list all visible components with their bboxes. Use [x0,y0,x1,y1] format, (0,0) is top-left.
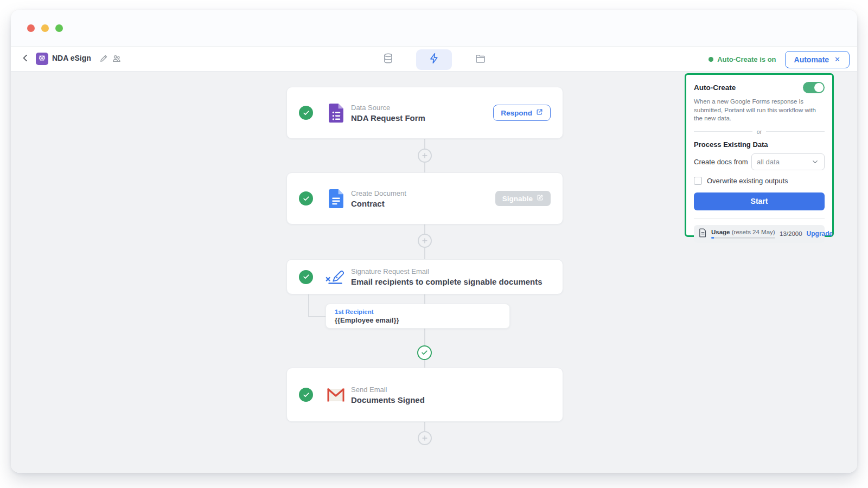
usage-meter: Usage (resets 24 May) 13/2000 Upgrade [694,225,825,243]
automate-button-label: Automate [794,55,829,64]
app-window: NDA eSign [11,10,857,473]
step-title: Email recipients to complete signable do… [351,277,542,286]
scales-icon [38,54,46,64]
step-title: Documents Signed [351,395,425,404]
connector-line [424,360,425,368]
lightning-icon [429,53,440,66]
step-card-data-source[interactable]: Data Source NDA Request Form Respond [286,87,563,139]
usage-progress-fill [711,237,714,239]
overwrite-checkbox[interactable] [694,177,702,185]
google-docs-icon [321,189,351,208]
usage-count: 13/2000 [780,230,802,237]
step-type-label: Signature Request Email [351,267,542,275]
external-link-icon [536,108,543,117]
workflow-app-icon [36,53,48,65]
step-card-signature-request[interactable]: Signature Request Email Email recipients… [286,259,563,294]
step-complete-icon [299,106,313,120]
app-header: NDA eSign [11,46,857,72]
database-icon [382,53,394,66]
step-title: NDA Request Form [351,113,425,123]
workflow-title: NDA eSign [52,54,91,62]
respond-button-label: Respond [501,109,532,117]
back-button[interactable] [18,52,33,66]
close-window-button[interactable] [27,24,35,32]
minimize-window-button[interactable] [41,24,49,32]
overwrite-label: Overwrite existing outputs [707,177,788,185]
or-label: or [757,129,762,135]
data-range-value: all data [757,158,780,166]
google-forms-icon [321,104,351,123]
step-type-label: Data Source [351,104,425,112]
gmail-icon [321,388,351,402]
auto-create-status: Auto-Create is on [709,55,776,63]
process-existing-heading: Process Existing Data [694,140,825,149]
workflow-canvas: Data Source NDA Request Form Respond [11,72,857,473]
edit-title-button[interactable] [99,54,110,64]
overwrite-option[interactable]: Overwrite existing outputs [694,177,825,185]
auto-create-heading: Auto-Create [694,84,736,92]
upgrade-link[interactable]: Upgrade [807,230,833,237]
or-divider: or [694,129,825,135]
tab-data-source[interactable] [376,49,400,70]
respond-button[interactable]: Respond [493,105,551,121]
automate-button[interactable]: Automate ✕ [785,51,850,68]
automate-panel: Auto-Create When a new Google Forms resp… [685,73,834,237]
edit-square-icon [537,194,544,203]
step-title: Contract [351,199,406,208]
tab-workflow[interactable] [416,49,452,70]
add-step-button[interactable] [418,431,432,445]
create-docs-from-label: Create docs from [694,158,748,166]
divider [694,218,825,219]
green-dot-icon [709,57,713,62]
recipient-connector-line [308,316,327,317]
usage-progress-bar [711,237,775,239]
step-complete-icon [299,191,313,206]
chevron-left-icon [21,53,30,65]
step-complete-icon [299,388,313,402]
step-type-label: Send Email [351,386,425,394]
title-bar [11,10,857,46]
usage-label: Usage [711,229,730,235]
folder-icon [475,53,486,66]
signable-button-label: Signable [502,195,533,203]
share-workflow-button[interactable] [112,54,122,64]
close-icon[interactable]: ✕ [834,55,840,63]
data-range-select[interactable]: all data [751,153,825,170]
document-icon [699,228,707,240]
chevron-down-icon [811,158,819,166]
recipient-connector-line [308,294,309,317]
screen: NDA eSign [0,0,868,488]
header-right: Auto-Create is on Automate ✕ [709,47,850,72]
tab-outputs[interactable] [468,49,492,70]
signature-complete-icon [417,345,432,360]
people-icon [112,56,122,65]
start-button[interactable]: Start [694,192,825,210]
usage-period: (resets 24 May) [732,229,775,235]
step-card-create-document[interactable]: Create Document Contract Signable [286,172,563,224]
recipient-value: {{Employee email}} [335,316,501,324]
add-step-button[interactable] [418,234,432,248]
add-step-button[interactable] [418,149,432,163]
step-type-label: Create Document [351,189,406,197]
zoom-window-button[interactable] [55,24,63,32]
connector-line [424,422,425,432]
toggle-knob [814,83,824,92]
signature-pen-icon [321,268,351,286]
auto-create-status-text: Auto-Create is on [717,55,776,63]
recipient-label: 1st Recipient [335,309,501,315]
step-complete-icon [299,270,313,284]
step-card-send-email[interactable]: Send Email Documents Signed [286,368,563,422]
auto-create-description: When a new Google Forms response is subm… [694,98,825,123]
recipient-card[interactable]: 1st Recipient {{Employee email}} [326,304,510,329]
signable-button[interactable]: Signable [495,191,551,206]
pencil-icon [99,55,108,65]
auto-create-toggle[interactable] [803,82,825,93]
